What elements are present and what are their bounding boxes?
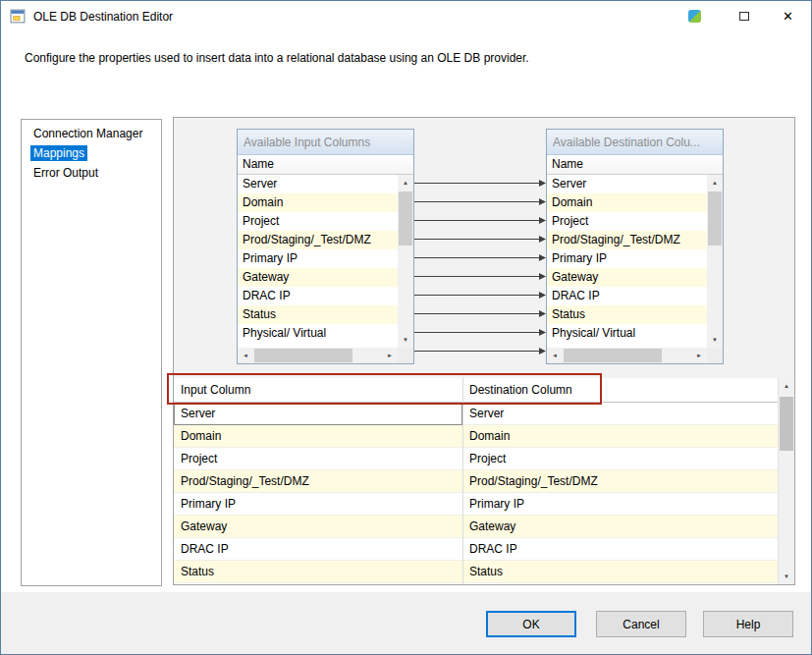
app-icon bbox=[10, 8, 27, 25]
destination-columns-name-header[interactable]: Name bbox=[547, 155, 723, 175]
column-list-item[interactable]: DRAC IP bbox=[547, 287, 707, 305]
mapping-destination-cell[interactable]: Prod/Staging/_Test/DMZ bbox=[463, 470, 778, 493]
column-list-item[interactable]: Prod/Staging/_Test/DMZ bbox=[238, 231, 398, 249]
mapping-destination-cell[interactable]: Domain bbox=[463, 425, 778, 448]
mapping-input-cell[interactable]: DRAC IP bbox=[174, 538, 462, 561]
mapping-input-cell[interactable]: Domain bbox=[174, 425, 462, 448]
input-columns-horizontal-scrollbar[interactable]: ◄ ► bbox=[238, 348, 398, 363]
sidebar-item-mappings[interactable]: Mappings bbox=[22, 143, 161, 163]
column-list-item[interactable]: Project bbox=[238, 212, 398, 231]
scrollbar-thumb[interactable] bbox=[254, 349, 352, 362]
column-list-item[interactable]: Project bbox=[547, 212, 707, 231]
close-icon: ✕ bbox=[783, 9, 793, 24]
close-button[interactable]: ✕ bbox=[766, 2, 810, 30]
ok-button[interactable]: OK bbox=[486, 611, 576, 637]
destination-columns-list: ServerDomainProjectProd/Staging/_Test/DM… bbox=[547, 175, 707, 348]
mapping-destination-cell[interactable]: Status bbox=[463, 561, 778, 583]
input-columns-list: ServerDomainProjectProd/Staging/_Test/DM… bbox=[238, 175, 398, 348]
mapping-grid-row: Prod/Staging/_Test/DMZProd/Staging/_Test… bbox=[174, 470, 778, 493]
scroll-left-icon[interactable]: ◄ bbox=[547, 348, 563, 363]
mapping-grid-header: Input Column Destination Column bbox=[174, 378, 778, 403]
sidebar-list: Connection ManagerMappingsError Output bbox=[22, 124, 161, 183]
scrollbar-thumb[interactable] bbox=[564, 349, 662, 362]
titlebar: OLE DB Destination Editor ✕ bbox=[1, 1, 811, 31]
mapping-canvas: Available Input Columns Name ServerDomai… bbox=[174, 118, 794, 378]
mapping-grid-row: GatewayGateway bbox=[174, 516, 778, 538]
scrollbar-corner bbox=[707, 348, 723, 363]
input-column-header[interactable]: Input Column bbox=[181, 378, 250, 403]
column-list-item[interactable]: Status bbox=[238, 305, 398, 324]
sidebar: Connection ManagerMappingsError Output bbox=[21, 119, 162, 586]
mapping-destination-cell[interactable]: Gateway bbox=[463, 516, 778, 538]
mapping-destination-cell[interactable]: DRAC IP bbox=[463, 538, 778, 561]
cancel-button[interactable]: Cancel bbox=[596, 611, 686, 637]
column-list-item[interactable]: Status bbox=[547, 305, 707, 324]
scroll-up-icon[interactable]: ▲ bbox=[398, 175, 413, 191]
column-list-item[interactable]: Primary IP bbox=[238, 249, 398, 268]
scrollbar-thumb[interactable] bbox=[708, 191, 722, 246]
titlebar-badge-icon bbox=[688, 10, 701, 23]
grid-vertical-scrollbar[interactable]: ▲ ▼ bbox=[778, 378, 794, 584]
column-list-item[interactable]: Gateway bbox=[238, 268, 398, 287]
sidebar-item-error-output[interactable]: Error Output bbox=[22, 163, 161, 183]
column-list-item[interactable]: Domain bbox=[547, 193, 707, 212]
main-panel: Available Input Columns Name ServerDomai… bbox=[173, 117, 795, 585]
mapping-grid-row: ServerServer bbox=[174, 403, 778, 425]
scroll-down-icon[interactable]: ▼ bbox=[398, 332, 413, 348]
mapping-grid-row: StatusStatus bbox=[174, 561, 778, 583]
scrollbar-thumb[interactable] bbox=[780, 397, 793, 451]
mapping-connector-lines bbox=[414, 129, 546, 364]
column-list-item[interactable]: Domain bbox=[238, 193, 398, 212]
mapping-input-cell[interactable]: Project bbox=[174, 448, 462, 470]
scrollbar-corner bbox=[398, 348, 413, 363]
column-list-item[interactable]: Server bbox=[238, 175, 398, 193]
mapping-input-cell[interactable]: Status bbox=[174, 561, 462, 583]
grid-column-divider bbox=[462, 378, 463, 584]
scroll-left-icon[interactable]: ◄ bbox=[238, 348, 253, 363]
scroll-up-icon[interactable]: ▲ bbox=[779, 378, 794, 394]
help-button[interactable]: Help bbox=[703, 611, 793, 637]
dialog-description: Configure the properties used to insert … bbox=[25, 51, 771, 65]
maximize-button[interactable] bbox=[722, 2, 766, 30]
destination-columns-vertical-scrollbar[interactable]: ▲ ▼ bbox=[707, 175, 723, 348]
column-list-item[interactable]: Gateway bbox=[547, 268, 707, 287]
scrollbar-thumb[interactable] bbox=[399, 191, 412, 246]
column-list-item[interactable]: DRAC IP bbox=[238, 287, 398, 305]
column-list-item[interactable]: Primary IP bbox=[547, 249, 707, 268]
maximize-icon bbox=[739, 12, 749, 21]
destination-column-header[interactable]: Destination Column bbox=[469, 378, 572, 403]
scroll-up-icon[interactable]: ▲ bbox=[707, 175, 723, 191]
available-destination-columns-box: Available Destination Colu... Name Serve… bbox=[546, 129, 724, 364]
ole-db-destination-editor-dialog: OLE DB Destination Editor ✕ Configure th… bbox=[0, 0, 812, 655]
sidebar-item-label: Mappings bbox=[30, 145, 87, 161]
mapping-grid-row: Primary IPPrimary IP bbox=[174, 493, 778, 516]
mapping-destination-cell[interactable]: Primary IP bbox=[463, 493, 778, 516]
footer: OK Cancel Help bbox=[1, 592, 811, 655]
input-columns-vertical-scrollbar[interactable]: ▲ ▼ bbox=[398, 175, 413, 348]
destination-columns-title: Available Destination Colu... bbox=[547, 130, 723, 155]
scroll-down-icon[interactable]: ▼ bbox=[707, 332, 723, 348]
column-list-item[interactable]: Server bbox=[547, 175, 707, 193]
scroll-right-icon[interactable]: ► bbox=[691, 348, 707, 363]
input-columns-name-header[interactable]: Name bbox=[238, 155, 413, 175]
input-columns-title: Available Input Columns bbox=[238, 130, 413, 155]
destination-columns-horizontal-scrollbar[interactable]: ◄ ► bbox=[547, 348, 707, 363]
window-title: OLE DB Destination Editor bbox=[33, 10, 173, 24]
mapping-grid-body: ServerServerDomainDomainProjectProjectPr… bbox=[174, 403, 778, 583]
available-input-columns-box: Available Input Columns Name ServerDomai… bbox=[237, 129, 414, 364]
sidebar-item-connection-manager[interactable]: Connection Manager bbox=[22, 124, 161, 143]
scroll-down-icon[interactable]: ▼ bbox=[779, 569, 794, 584]
mapping-input-cell[interactable]: Prod/Staging/_Test/DMZ bbox=[174, 470, 462, 493]
column-list-item[interactable]: Physical/ Virtual bbox=[547, 324, 707, 343]
sidebar-item-label: Connection Manager bbox=[30, 126, 145, 141]
mapping-input-cell[interactable]: Server bbox=[174, 403, 462, 425]
mapping-grid-row: ProjectProject bbox=[174, 448, 778, 470]
scroll-right-icon[interactable]: ► bbox=[382, 348, 398, 363]
mapping-destination-cell[interactable]: Project bbox=[463, 448, 778, 470]
column-list-item[interactable]: Prod/Staging/_Test/DMZ bbox=[547, 231, 707, 249]
column-list-item[interactable]: Physical/ Virtual bbox=[238, 324, 398, 343]
mapping-input-cell[interactable]: Gateway bbox=[174, 516, 462, 538]
sidebar-item-label: Error Output bbox=[30, 165, 101, 181]
mapping-destination-cell[interactable]: Server bbox=[463, 403, 778, 425]
mapping-input-cell[interactable]: Primary IP bbox=[174, 493, 462, 516]
